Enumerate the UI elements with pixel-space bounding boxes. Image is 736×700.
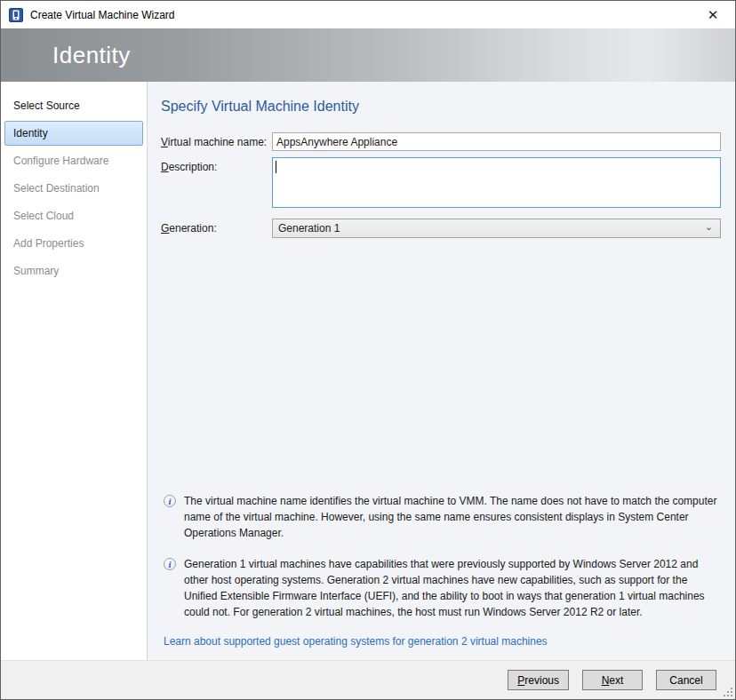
wizard-step-banner: Identity: [1, 28, 735, 82]
info-notes: i The virtual machine name identifies th…: [161, 493, 721, 660]
banner-title: Identity: [1, 42, 131, 69]
main-content: Specify Virtual Machine Identity Virtual…: [148, 82, 735, 660]
sidebar-item-add-properties[interactable]: Add Properties: [4, 231, 143, 256]
note-generation: i Generation 1 virtual machines have cap…: [161, 556, 721, 620]
note-text: The virtual machine name identifies the …: [184, 493, 721, 541]
sidebar-item-select-destination[interactable]: Select Destination: [4, 176, 143, 201]
previous-button[interactable]: Previous: [508, 670, 569, 690]
description-input[interactable]: [272, 157, 721, 208]
sidebar-item-select-cloud[interactable]: Select Cloud: [4, 203, 143, 228]
chevron-down-icon: ⌄: [705, 222, 713, 232]
sidebar-item-summary[interactable]: Summary: [4, 259, 143, 283]
sidebar-item-configure-hardware[interactable]: Configure Hardware: [4, 148, 143, 173]
identity-form: Virtual machine name: Description: Gener…: [161, 132, 721, 244]
sidebar-item-identity[interactable]: Identity: [4, 121, 143, 146]
vm-name-input[interactable]: [272, 132, 721, 151]
generation-selected-value: Generation 1: [278, 222, 705, 235]
description-label: Description:: [161, 157, 272, 211]
vm-name-label: Virtual machine name:: [161, 132, 272, 151]
wizard-steps-sidebar: Select Source Identity Configure Hardwar…: [1, 82, 148, 660]
note-vm-name: i The virtual machine name identifies th…: [161, 493, 721, 541]
learn-more-link[interactable]: Learn about supported guest operating sy…: [164, 635, 548, 648]
generation-label: Generation:: [161, 219, 272, 238]
note-text: Generation 1 virtual machines have capab…: [184, 556, 721, 620]
generation-row: Generation: Generation 1 ⌄: [161, 219, 721, 238]
vm-name-row: Virtual machine name:: [161, 132, 721, 151]
sidebar-item-select-source[interactable]: Select Source: [4, 93, 143, 118]
window-title: Create Virtual Machine Wizard: [30, 9, 700, 21]
title-bar: Create Virtual Machine Wizard ✕: [1, 1, 735, 28]
next-button[interactable]: Next: [582, 670, 643, 690]
generation-dropdown[interactable]: Generation 1 ⌄: [272, 219, 721, 238]
footer-bar: Previous Next Cancel: [1, 660, 735, 699]
vm-wizard-icon: [9, 8, 23, 22]
page-title: Specify Virtual Machine Identity: [161, 99, 721, 115]
description-row: Description:: [161, 157, 721, 211]
cancel-button[interactable]: Cancel: [656, 670, 716, 690]
info-circle-icon: i: [164, 558, 176, 570]
close-icon[interactable]: ✕: [700, 4, 726, 26]
info-circle-icon: i: [164, 495, 176, 507]
wizard-window: Create Virtual Machine Wizard ✕ Identity…: [0, 0, 736, 700]
resize-grip[interactable]: [722, 686, 732, 696]
